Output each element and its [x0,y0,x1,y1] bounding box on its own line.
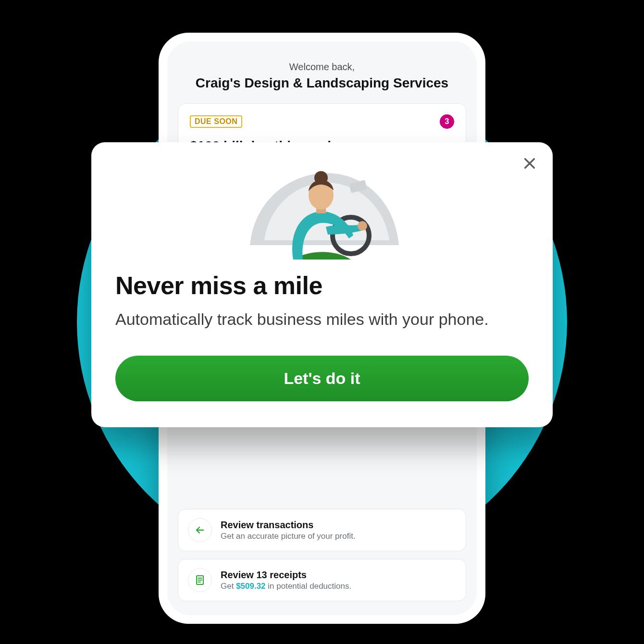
list-item-title: Review transactions [221,520,356,531]
driver-illustration [240,163,404,260]
due-soon-badge: DUE SOON [190,115,242,128]
list-item-title: Review 13 receipts [221,570,351,581]
welcome-text: Welcome back, [178,62,466,73]
list-item-receipts[interactable]: Review 13 receipts Get $509.32 in potent… [178,559,466,601]
close-icon[interactable] [520,154,539,173]
company-name: Craig's Design & Landscaping Services [178,75,466,91]
svg-point-3 [358,221,367,231]
modal-subtitle: Automatically track business miles with … [115,309,529,331]
modal-title: Never miss a mile [115,271,529,300]
deduction-amount: $509.32 [236,582,265,591]
mileage-modal: Never miss a mile Automatically track bu… [91,142,553,427]
lets-do-it-button[interactable]: Let's do it [115,356,529,401]
list-item-transactions[interactable]: Review transactions Get an accurate pict… [178,509,466,551]
list-item-subtitle: Get an accurate picture of your profit. [221,532,356,541]
notification-count-badge: 3 [440,114,454,129]
receipt-icon [188,568,212,592]
arrow-left-icon [188,518,212,542]
list-item-subtitle: Get $509.32 in potential deductions. [221,582,351,591]
